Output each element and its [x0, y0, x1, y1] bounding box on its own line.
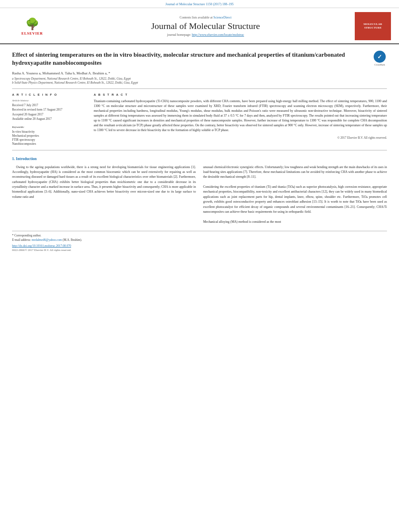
journal-ref-text: Journal of Molecular Structure 1150 (201… — [165, 2, 233, 6]
intro-content: Owing to the ageing populations worldwid… — [12, 165, 387, 225]
intro-left-col: Owing to the ageing populations worldwid… — [12, 165, 196, 225]
intro-right-text: unusual chemical/electronic synergistic … — [203, 165, 387, 225]
elsevier-text: ELSEVIER — [21, 31, 43, 35]
history-label: Article history: — [12, 99, 86, 102]
footnote-section: * Corresponding author. E-mail address: … — [12, 231, 387, 252]
sciencedirect-line: Contents lists available at ScienceDirec… — [56, 16, 355, 19]
journal-title: Journal of Molecular Structure — [56, 21, 355, 31]
email-line: E-mail address: medalmed6@yahoo.com (M.A… — [12, 238, 387, 242]
crossmark-icon: ✓ — [374, 51, 386, 63]
abstract-label: A B S T R A C T — [94, 93, 387, 97]
keyword-2: FTIR spectroscopy — [12, 138, 86, 142]
issn-line: 0022-2860/© 2017 Elsevier B.V. All right… — [12, 249, 387, 252]
tree-icon: 🌳 — [25, 17, 39, 31]
main-content: Effect of sintering temperatures on the … — [0, 44, 399, 256]
journal-homepage: journal homepage: http://www.elsevier.co… — [56, 33, 355, 37]
crossmark-badge: ✓ CrossMark — [372, 51, 387, 66]
intro-title: 1. Introduction — [12, 157, 387, 161]
journal-header: 🌳 ELSEVIER Contents lists available at S… — [0, 8, 399, 44]
elsevier-logo: 🌳 ELSEVIER — [14, 15, 50, 37]
journal-reference: Journal of Molecular Structure 1150 (201… — [0, 0, 399, 8]
keyword-3: Nanobiocomposites — [12, 142, 86, 146]
keyword-1: Mechanical properties — [12, 134, 86, 138]
intro-right-col: unusual chemical/electronic synergistic … — [203, 165, 387, 225]
keyword-0: In vitro bioactivity — [12, 130, 86, 134]
article-title-section: Effect of sintering temperatures on the … — [12, 51, 387, 67]
sciencedirect-link[interactable]: ScienceDirect — [214, 16, 232, 19]
article-history: Article history: Received 7 July 2017 Re… — [12, 99, 86, 121]
corresponding-label: * Corresponding author. — [12, 234, 387, 237]
accepted-date: Accepted 20 August 2017 — [12, 113, 86, 117]
copyright-line: © 2017 Elsevier B.V. All rights reserved… — [94, 136, 387, 140]
abstract-column: A B S T R A C T Titanium-containing carb… — [94, 93, 387, 146]
doi-link[interactable]: http://dx.doi.org/10.1016/j.molstruc.201… — [12, 244, 387, 248]
journal-header-center: Contents lists available at ScienceDirec… — [56, 16, 355, 37]
divider-1 — [12, 88, 387, 89]
article-title: Effect of sintering temperatures on the … — [12, 51, 368, 67]
journal-cover-image: MOLECULAR STRUCTURE — [355, 12, 391, 40]
crossmark-text: CrossMark — [374, 64, 385, 66]
article-info-label: A R T I C L E I N F O — [12, 93, 86, 97]
divider-2 — [12, 150, 387, 150]
article-info-abstract: A R T I C L E I N F O Article history: R… — [12, 93, 387, 146]
keywords-block: Keywords: In vitro bioactivity Mechanica… — [12, 125, 86, 146]
elsevier-logo-container: 🌳 ELSEVIER — [8, 15, 56, 37]
keywords-label: Keywords: — [12, 125, 86, 129]
affiliation-a: a Spectroscopy Department, National Rese… — [12, 77, 387, 80]
intro-section: 1. Introduction Owing to the ageing popu… — [12, 157, 387, 225]
homepage-link[interactable]: http://www.elsevier.com/locate/molstruc — [192, 33, 244, 37]
intro-left-text: Owing to the ageing populations worldwid… — [12, 165, 196, 200]
affiliation-b: b Solid-State Physics Department, Nation… — [12, 81, 387, 84]
received-revised-block: Received in revised form 17 August 2017 — [12, 108, 86, 112]
abstract-text: Titanium-containing carbonated hydroxyap… — [94, 99, 387, 133]
article-info-column: A R T I C L E I N F O Article history: R… — [12, 93, 86, 146]
authors-line: Rasha A. Youness a, Mohammed A. Taha b, … — [12, 71, 387, 75]
received-date: Received 7 July 2017 — [12, 103, 86, 108]
available-date: Available online 20 August 2017 — [12, 117, 86, 121]
email-link[interactable]: medalmed6@yahoo.com — [32, 238, 62, 242]
